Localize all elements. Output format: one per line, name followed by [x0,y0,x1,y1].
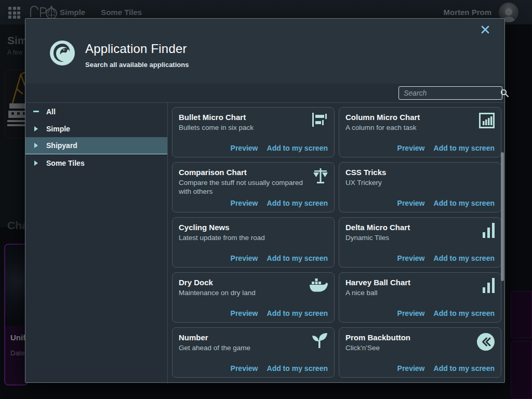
back-circle-icon [477,333,495,353]
add-to-screen-link[interactable]: Add to my screen [267,364,328,373]
preview-link[interactable]: Preview [231,199,258,207]
card-description: Compare the stuff not usually compared w… [179,178,311,196]
preview-link[interactable]: Preview [397,254,425,262]
add-to-screen-link[interactable]: Add to my screen [434,309,495,317]
column-chart-icon [479,113,495,130]
card-actions: Preview Add to my screen [397,144,495,152]
preview-link[interactable]: Preview [231,309,258,317]
scrollbar-thumb[interactable] [501,152,504,281]
app-card-cycling-news[interactable]: Cycling News Latest update from the road… [172,217,335,268]
card-description: UX Trickery [345,178,478,187]
add-to-screen-link[interactable]: Add to my screen [434,144,495,152]
app-card-harvey-ball-chart[interactable]: Harvey Ball Chart A nice ball Preview Ad… [339,272,501,323]
sidebar-item-label: Shipyard [46,141,77,150]
card-description: Latest update from the road [179,233,311,242]
expand-icon[interactable] [33,160,39,166]
dialog-subtitle: Search all available applications [85,61,189,69]
preview-link[interactable]: Preview [231,254,258,262]
search-input[interactable] [399,89,500,97]
search-field [398,86,502,100]
seedling-icon [312,333,328,350]
card-description: Dynamic Tiles [345,233,478,242]
application-finder-dialog: Application Finder Search all available … [25,18,505,383]
app-card-delta-micro-chart[interactable]: Delta Micro Chart Dynamic Tiles Preview … [339,217,501,268]
sidebar-item-all[interactable]: All [25,103,167,120]
preview-link[interactable]: Preview [397,309,425,317]
card-actions: Preview Add to my screen [231,364,328,373]
card-title: Bullet Micro Chart [179,113,328,122]
bullet-chart-icon [312,113,328,129]
card-title: Cycling News [179,223,328,232]
phoenix-logo-icon [50,41,75,65]
dialog-toolbar [25,84,504,103]
add-to-screen-link[interactable]: Add to my screen [267,309,328,317]
search-icon[interactable] [500,89,509,97]
app-card-css-tricks[interactable]: CSS Tricks UX Trickery Preview Add to my… [339,162,501,212]
app-card-column-micro-chart[interactable]: Column Micro Chart A column for each tas… [339,107,501,157]
add-to-screen-link[interactable]: Add to my screen [267,199,328,207]
app-card-dry-dock[interactable]: Dry Dock Maintenance on dry land Preview… [172,272,335,323]
card-actions: Preview Add to my screen [231,199,328,207]
sidebar-item-label: All [46,108,56,116]
card-description: Click'n'See [345,343,478,352]
card-actions: Preview Add to my screen [231,144,328,152]
add-to-screen-link[interactable]: Add to my screen [434,364,495,373]
card-actions: Preview Add to my screen [397,254,495,262]
app-card-bullet-micro-chart[interactable]: Bullet Micro Chart Bullets come in six p… [172,107,335,157]
card-description: Maintenance on dry land [179,288,311,297]
add-to-screen-link[interactable]: Add to my screen [434,254,495,262]
collapse-icon[interactable] [33,109,39,115]
preview-link[interactable]: Preview [231,364,258,373]
card-actions: Preview Add to my screen [397,309,495,317]
close-icon[interactable] [481,25,491,35]
card-description: Get ahead of the game [179,343,311,352]
card-title: Dry Dock [179,278,328,287]
card-description: A nice ball [345,288,478,297]
card-actions: Preview Add to my screen [397,199,495,207]
card-title: Number [179,333,328,342]
sidebar-item-simple[interactable]: Simple [25,120,167,137]
sidebar-item-some-tiles[interactable]: Some Tiles [25,154,167,171]
docker-whale-icon [309,278,328,294]
sidebar-item-label: Simple [46,125,70,133]
preview-link[interactable]: Preview [231,144,258,152]
preview-link[interactable]: Preview [397,364,425,373]
card-description: Bullets come in six pack [179,123,311,132]
expand-icon[interactable] [33,126,39,132]
card-title: Column Micro Chart [345,113,495,122]
expand-icon[interactable] [33,142,39,149]
card-title: Harvey Ball Chart [345,278,495,287]
screen: Simple Some Tiles Morten Prom Sim A few [0,0,532,399]
add-to-screen-link[interactable]: Add to my screen [267,254,328,262]
bar-chart-icon [483,278,495,295]
sidebar-item-label: Some Tiles [46,159,85,167]
card-description: A column for each task [345,123,478,132]
app-card-grid: Bullet Micro Chart Bullets come in six p… [172,107,501,378]
card-title: Delta Micro Chart [345,223,495,232]
category-sidebar: All Simple Shipyard Some Tiles [25,103,168,383]
app-card-prom-backbutton[interactable]: Prom Backbutton Click'n'See Preview Add … [339,327,501,378]
card-actions: Preview Add to my screen [231,309,328,317]
scales-icon [313,168,328,186]
dialog-title: Application Finder [85,42,187,56]
app-card-number[interactable]: Number Get ahead of the game Preview Add… [172,327,335,378]
card-title: Comparison Chart [179,168,328,177]
card-actions: Preview Add to my screen [397,364,495,373]
card-title: Prom Backbutton [345,333,495,342]
app-card-comparison-chart[interactable]: Comparison Chart Compare the stuff not u… [172,162,335,212]
dialog-header: Application Finder Search all available … [25,19,504,84]
bar-chart-icon [483,223,495,240]
preview-link[interactable]: Preview [397,199,425,207]
card-title: CSS Tricks [345,168,495,177]
preview-link[interactable]: Preview [397,144,425,152]
add-to-screen-link[interactable]: Add to my screen [267,144,328,152]
sidebar-item-shipyard[interactable]: Shipyard [25,137,167,154]
add-to-screen-link[interactable]: Add to my screen [434,199,495,207]
card-actions: Preview Add to my screen [231,254,328,262]
